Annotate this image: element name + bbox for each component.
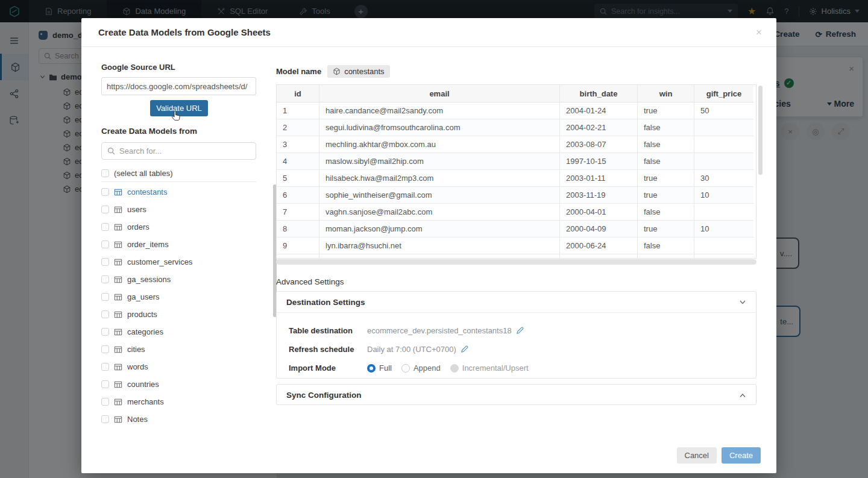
refresh-schedule-label: Refresh schedule [289, 345, 367, 354]
table-list-item[interactable]: Notes [101, 410, 256, 428]
table-icon [114, 258, 122, 266]
table-icon [114, 363, 122, 371]
table-row: 3 mechling.akhtar@mbox.com.au 2003-08-07… [277, 136, 756, 153]
cell-email: vaghn.sanjose@mail2abc.com [319, 204, 560, 221]
source-url-label: Google Source URL [101, 63, 175, 72]
table-name: countries [127, 380, 159, 389]
cell-id: 4 [277, 153, 319, 170]
table-checkbox[interactable] [101, 310, 109, 318]
table-icon [114, 293, 122, 301]
source-url-input[interactable]: https://docs.google.com/spreadsheets/d/ [101, 77, 256, 95]
model-name-value: contestants [344, 67, 385, 76]
table-checkbox[interactable] [101, 398, 109, 406]
cell-win: false [638, 136, 694, 153]
table-vertical-scrollbar[interactable] [758, 86, 763, 175]
cell-win: false [638, 237, 694, 254]
table-list-item[interactable]: orders [101, 218, 256, 236]
table-name: users [127, 205, 146, 214]
table-destination-label: Table destination [289, 326, 367, 335]
table-list-item[interactable]: words [101, 358, 256, 376]
table-checkbox[interactable] [101, 275, 109, 283]
radio-label: Incremental/Upsert [462, 363, 529, 373]
table-list-item[interactable]: customer_services [101, 253, 256, 271]
table-checkbox[interactable] [101, 241, 109, 248]
table-horizontal-scrollbar[interactable] [276, 259, 756, 265]
table-checkbox[interactable] [101, 415, 109, 423]
radio-icon [401, 364, 410, 373]
table-checkbox[interactable] [101, 188, 109, 196]
sync-configuration-card: Sync Configuration [276, 384, 756, 405]
table-icon [114, 206, 122, 214]
table-checkbox[interactable] [101, 328, 109, 336]
cell-email: segui.ludivina@fromsouthcarolina.com [319, 119, 560, 136]
table-list-item[interactable]: contestants [101, 183, 256, 201]
cell-win: true [638, 221, 694, 237]
table-checkbox[interactable] [101, 345, 109, 353]
advanced-settings-heading: Advanced Settings [276, 277, 344, 286]
tables-section-heading: Create Data Models from [101, 127, 197, 136]
modal-footer: Cancel Create [81, 447, 776, 464]
table-name: contestants [127, 187, 168, 197]
table-icon [114, 415, 122, 424]
radio-full[interactable]: Full [367, 363, 392, 373]
sync-configuration-header[interactable]: Sync Configuration [277, 385, 756, 406]
destination-settings-title: Destination Settings [286, 298, 365, 307]
cell-win: true [638, 102, 694, 119]
table-icon [114, 275, 122, 284]
table-checkbox[interactable] [101, 380, 109, 388]
table-checkbox[interactable] [101, 206, 109, 213]
select-all-row[interactable]: (select all tables) [101, 165, 256, 182]
table-row: 5 hilsabeck.hwa@mail2mp3.com 2003-01-11 … [277, 170, 756, 187]
table-search-input[interactable]: Search for... [101, 142, 256, 160]
cell-gift-price: 10 [694, 221, 753, 237]
table-checkbox[interactable] [101, 293, 109, 301]
close-icon[interactable]: × [756, 27, 762, 37]
table-checkbox[interactable] [101, 363, 109, 371]
table-checkbox[interactable] [101, 258, 109, 266]
create-button[interactable]: Create [722, 447, 761, 464]
table-icon [114, 241, 122, 249]
cell-birth-date: 2003-11-19 [560, 187, 638, 204]
cancel-button[interactable]: Cancel [677, 447, 717, 464]
cell-id: 5 [277, 170, 319, 187]
table-list-item[interactable]: ga_sessions [101, 271, 256, 288]
table-list-item[interactable]: order_items [101, 236, 256, 253]
cell-birth-date: 2003-08-07 [560, 136, 638, 153]
preview-header-row: id email birth_date win gift_price [277, 85, 756, 102]
cell-email: maslow.sibyl@mail2hip.com [319, 153, 560, 170]
cell-email: hilsabeck.hwa@mail2mp3.com [319, 170, 560, 187]
table-list-item[interactable]: products [101, 306, 256, 323]
data-preview-table: id email birth_date win gift_price 1 hai… [276, 84, 756, 259]
table-row: 2 segui.ludivina@fromsouthcarolina.com 2… [277, 119, 756, 136]
cell-id: 2 [277, 119, 319, 136]
model-name-tag[interactable]: contestants [327, 65, 390, 78]
model-name-row: Model name contestants [276, 65, 390, 78]
radio-label: Full [379, 363, 392, 373]
table-list-item[interactable]: users [101, 201, 256, 218]
chevron-down-icon [739, 298, 746, 306]
table-name: order_items [127, 240, 169, 249]
table-list-item[interactable]: cities [101, 341, 256, 358]
tables-list: contestants users orders [101, 183, 256, 428]
table-list-item[interactable]: ga_users [101, 288, 256, 306]
table-icon [114, 223, 122, 231]
edit-pencil-icon[interactable] [516, 327, 524, 335]
cell-id: 6 [277, 187, 319, 204]
destination-settings-header[interactable]: Destination Settings [277, 292, 756, 313]
select-all-checkbox[interactable] [101, 169, 109, 177]
radio-label: Append [414, 363, 441, 373]
cell-gift-price: 30 [694, 170, 753, 187]
table-name: orders [127, 222, 149, 231]
edit-pencil-icon[interactable] [461, 345, 468, 353]
table-icon [114, 380, 122, 389]
cell-id: 1 [277, 102, 319, 119]
table-list-item[interactable]: countries [101, 376, 256, 393]
table-list-item[interactable]: merchants [101, 393, 256, 410]
table-icon [114, 345, 122, 354]
partial-row [277, 254, 756, 258]
radio-append[interactable]: Append [401, 363, 441, 373]
modal-title: Create Data Models from Google Sheets [98, 27, 271, 37]
table-list-item[interactable]: categories [101, 323, 256, 341]
table-name: cities [127, 345, 145, 354]
table-checkbox[interactable] [101, 223, 109, 231]
